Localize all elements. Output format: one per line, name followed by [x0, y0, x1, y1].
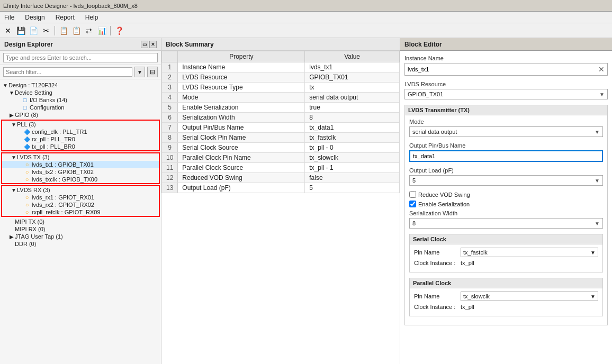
- table-row: 4 Mode serial data output: [162, 93, 400, 103]
- tree-item-lvds-tx1[interactable]: ○ lvds_tx1 : GPIOB_TX01: [2, 161, 159, 168]
- main-layout: Design Explorer ▭ ✕ ▼ ⊟ ▼ Design : T120F…: [0, 38, 612, 364]
- tree-item-jtag[interactable]: ▶ JTAG User Tap (1): [0, 233, 161, 240]
- ser-width-select[interactable]: 8 ▼: [409, 218, 603, 229]
- serial-pin-arrow: ▼: [590, 250, 596, 256]
- design-tree: ▼ Design : T120F324 ▼ Device Setting □ I…: [0, 79, 161, 364]
- tree-item-config-clk[interactable]: 🔷 config_clk : PLL_TR1: [2, 128, 159, 135]
- lvds-txclk-icon: ○: [23, 176, 31, 183]
- tree-label-io: I/O Banks (14): [30, 97, 67, 103]
- table-row: 9 Serial Clock Source tx_pll - 0: [162, 143, 400, 153]
- tree-item-rx-pll[interactable]: 🔷 rx_pll : PLL_TR0: [2, 135, 159, 143]
- block-summary-scroll: Property Value 1 Instance Name lvds_tx1 …: [161, 51, 400, 364]
- tree-label-config-clk: config_clk : PLL_TR1: [32, 129, 87, 135]
- mode-arrow: ▼: [595, 129, 600, 135]
- toolbar-help-btn[interactable]: ❓: [113, 25, 125, 37]
- reduce-vod-checkbox[interactable]: [409, 191, 416, 198]
- tree-item-tx-pll[interactable]: 🔷 tx_pll : PLL_BR0: [2, 143, 159, 150]
- panel-restore-btn[interactable]: ▭: [141, 41, 148, 48]
- tree-item-gpio[interactable]: ▶ GPIO (8): [0, 111, 161, 119]
- lvds-resource-select[interactable]: GPIOB_TX01 ▼: [404, 89, 608, 99]
- tree-item-mipi-tx[interactable]: MIPI TX (0): [0, 218, 161, 225]
- tree-item-lvds-rx2[interactable]: ○ lvds_rx2 : GPIOT_RX02: [2, 201, 159, 208]
- output-load-select[interactable]: 5 ▼: [409, 175, 603, 186]
- menu-design[interactable]: Design: [23, 13, 47, 22]
- lvds-rx-group-box: ▼ LVDS RX (3) ○ lvds_rx1 : GPIOT_RX01 ○ …: [1, 185, 160, 217]
- enable-ser-checkbox[interactable]: [409, 201, 416, 207]
- config-clk-icon: 🔷: [23, 129, 31, 135]
- menu-help[interactable]: Help: [83, 13, 101, 22]
- row-value: tx: [305, 83, 400, 93]
- tree-item-io-banks[interactable]: □ I/O Banks (14): [0, 96, 161, 104]
- tree-item-lvds-txclk[interactable]: ○ lvds_txclk : GPIOB_TX00: [2, 176, 159, 183]
- toolbar-save-btn[interactable]: 💾: [15, 25, 26, 37]
- output-pin-input[interactable]: [413, 153, 599, 159]
- row-value: false: [305, 173, 400, 183]
- menu-report[interactable]: Report: [53, 13, 77, 22]
- tree-item-device-setting[interactable]: ▼ Device Setting: [0, 89, 161, 96]
- ser-width-label: Serialization Width: [409, 210, 603, 216]
- filter-funnel-btn[interactable]: ⊟: [147, 67, 158, 77]
- toolbar-import-btn[interactable]: 📋: [70, 25, 82, 37]
- toolbar-chart-btn[interactable]: 📊: [96, 25, 107, 37]
- output-pin-group: Output Pin/Bus Name: [409, 142, 603, 162]
- tree-label-lvds-tx1: lvds_tx1 : GPIOB_TX01: [32, 161, 94, 168]
- toolbar-transfer-btn[interactable]: ⇄: [83, 25, 95, 37]
- toolbar-close-btn[interactable]: ✕: [2, 25, 14, 37]
- instance-name-input[interactable]: [408, 66, 598, 72]
- parallel-clock-section: Parallel Clock Pin Name tx_slowclk ▼ Clo: [409, 278, 603, 316]
- tree-label-mipi-tx: MIPI TX (0): [15, 219, 44, 225]
- row-value: lvds_tx1: [305, 62, 400, 72]
- config-icon: □: [21, 104, 29, 111]
- search-input[interactable]: [3, 53, 158, 62]
- tree-label-design: Design : T120F324: [8, 82, 58, 88]
- tree-item-rxpll-refclk[interactable]: ○ rxpll_refclk : GPIOT_RX09: [2, 208, 159, 216]
- tree-label-config: Configuration: [30, 104, 64, 111]
- lvds-rx2-icon: ○: [23, 202, 31, 208]
- toolbar-separator-2: [110, 26, 111, 35]
- lvds-resource-group: LVDS Resource GPIOB_TX01 ▼: [404, 81, 608, 99]
- tree-item-lvds-tx[interactable]: ▼ LVDS TX (3): [2, 153, 159, 161]
- row-num: 10: [162, 153, 178, 163]
- toolbar-copy-btn[interactable]: 📄: [28, 25, 39, 37]
- row-value: tx_pll - 1: [305, 163, 400, 173]
- io-banks-icon: □: [21, 97, 29, 103]
- tree-item-ddr[interactable]: DDR (0): [0, 240, 161, 248]
- mode-select[interactable]: serial data output ▼: [409, 126, 603, 137]
- row-num: 2: [162, 72, 178, 83]
- row-value: true: [305, 103, 400, 113]
- tree-item-lvds-tx2[interactable]: ○ lvds_tx2 : GPIOB_TX02: [2, 168, 159, 176]
- parallel-pin-select[interactable]: tx_slowclk ▼: [461, 292, 598, 301]
- lvds-rx1-icon: ○: [23, 194, 31, 201]
- lvds-tx-group-box: ▼ LVDS TX (3) ○ lvds_tx1 : GPIOB_TX01 ○ …: [1, 152, 160, 184]
- tree-label-lvds-rx1: lvds_rx1 : GPIOT_RX01: [32, 194, 94, 201]
- tree-item-design[interactable]: ▼ Design : T120F324: [0, 81, 161, 89]
- panel-header-icons: ▭ ✕: [141, 41, 157, 48]
- toolbar-new-btn[interactable]: 📋: [58, 25, 69, 37]
- tree-item-mipi-rx[interactable]: MIPI RX (0): [0, 225, 161, 233]
- row-num: 7: [162, 123, 178, 133]
- menu-file[interactable]: File: [2, 13, 16, 22]
- tree-item-configuration[interactable]: □ Configuration: [0, 104, 161, 111]
- tree-item-lvds-rx[interactable]: ▼ LVDS RX (3): [2, 186, 159, 194]
- lvds-tx-section-title: LVDS Transmitter (TX): [405, 105, 607, 115]
- row-value: tx_data1: [305, 123, 400, 133]
- rxpll-icon: ○: [23, 209, 31, 215]
- row-num: 9: [162, 143, 178, 153]
- output-pin-label: Output Pin/Bus Name: [409, 142, 603, 149]
- instance-name-clear-btn[interactable]: ✕: [598, 65, 605, 74]
- filter-dropdown-btn[interactable]: ▼: [134, 67, 145, 77]
- lvds-tx2-icon: ○: [23, 169, 31, 175]
- reduce-vod-label: Reduce VOD Swing: [418, 192, 470, 198]
- panel-close-btn[interactable]: ✕: [149, 41, 157, 48]
- serial-pin-select[interactable]: tx_fastclk ▼: [461, 248, 598, 257]
- tree-label-jtag: JTAG User Tap (1): [15, 233, 63, 240]
- row-property: Serial Clock Source: [178, 143, 305, 153]
- tree-item-lvds-rx1[interactable]: ○ lvds_rx1 : GPIOT_RX01: [2, 194, 159, 201]
- filter-input[interactable]: [3, 67, 132, 77]
- serial-pin-row: Pin Name tx_fastclk ▼: [414, 248, 598, 257]
- tree-item-pll[interactable]: ▼ PLL (3): [2, 121, 159, 128]
- block-summary-panel: Block Summary Property Value 1 Instance …: [161, 38, 400, 364]
- tree-label-lvds-rx2: lvds_rx2 : GPIOT_RX02: [32, 202, 94, 208]
- toolbar-cut-btn[interactable]: ✂: [40, 25, 52, 37]
- tree-label-mipi-rx: MIPI RX (0): [15, 226, 45, 232]
